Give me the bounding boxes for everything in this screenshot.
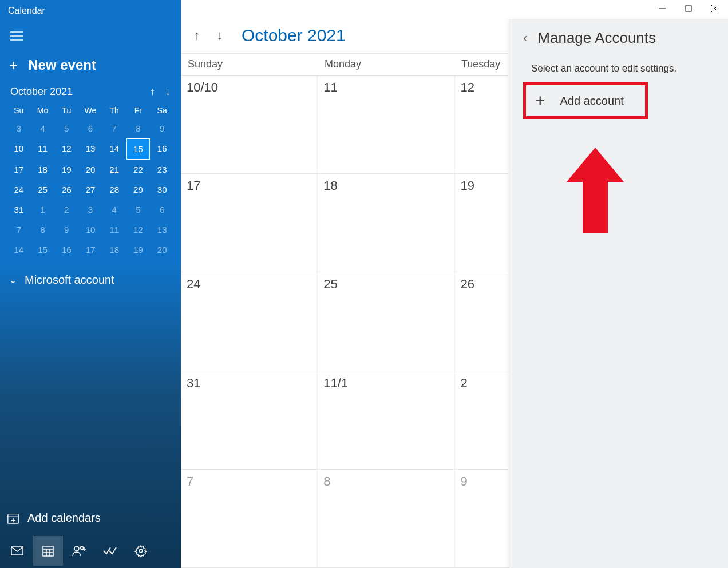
mini-day-cell[interactable]: 28 [102,180,126,200]
mini-prev-button[interactable]: ↑ [150,86,155,98]
add-account-button[interactable]: + Add account [523,82,648,119]
mini-day-cell[interactable]: 14 [102,138,126,160]
add-account-label: Add account [560,94,624,108]
settings-button[interactable] [126,536,156,566]
mini-day-cell[interactable]: 15 [31,240,55,260]
mini-day-cell[interactable]: 13 [78,138,102,160]
mini-calendar: October 2021 ↑ ↓ SuMoTuWeThFrSa345678910… [0,84,181,260]
mini-day-cell[interactable]: 7 [7,220,31,240]
current-month-label: October 2021 [242,26,346,45]
mini-day-cell[interactable]: 8 [31,220,55,240]
mail-icon [11,546,23,555]
panel-subtitle: Select an account to edit settings. [531,63,714,74]
mini-day-cell[interactable]: 2 [54,200,78,220]
mini-day-cell[interactable]: 11 [102,220,126,240]
mini-day-cell[interactable]: 23 [150,160,174,180]
mini-day-cell[interactable]: 30 [150,180,174,200]
mini-day-cell[interactable]: 19 [126,240,151,260]
mini-day-cell[interactable]: 9 [54,220,78,240]
sidebar: Calendar + New event October 2021 ↑ ↓ Su… [0,0,181,568]
mini-day-cell[interactable]: 21 [102,160,126,180]
hamburger-menu-button[interactable] [3,23,30,49]
mini-day-cell[interactable]: 12 [126,220,151,240]
weekday-label: Sunday [181,58,318,70]
mini-day-cell[interactable]: 11 [31,138,55,160]
close-button[interactable] [702,0,728,17]
weekday-label: Monday [318,58,454,70]
add-calendars-label: Add calendars [27,511,101,525]
mini-next-button[interactable]: ↓ [165,86,171,98]
mini-day-cell[interactable]: 18 [31,160,55,180]
mini-day-cell[interactable]: 31 [7,200,31,220]
calendar-cell[interactable]: 18 [318,174,454,272]
calendar-cell[interactable]: 8 [318,470,454,567]
mini-day-cell[interactable]: 9 [150,118,174,138]
close-icon [711,5,718,12]
calendar-button[interactable] [33,536,63,566]
mini-day-cell[interactable]: 5 [126,200,151,220]
panel-back-button[interactable]: ‹ [523,31,527,46]
minimize-icon [659,5,666,12]
calendar-cell[interactable]: 11 [318,76,454,173]
mini-day-cell[interactable]: 29 [126,180,151,200]
next-period-button[interactable]: ↓ [211,28,229,43]
mini-day-cell[interactable]: 14 [7,240,31,260]
mini-day-cell[interactable]: 5 [54,118,78,138]
maximize-icon [685,5,692,12]
mini-day-cell[interactable]: 7 [102,118,126,138]
calendar-cell[interactable]: 11/1 [318,371,454,469]
mini-day-cell[interactable]: 4 [102,200,126,220]
mini-dow: Fr [126,102,151,118]
svg-point-13 [74,546,79,551]
mini-day-cell[interactable]: 17 [7,160,31,180]
mini-day-cell[interactable]: 3 [78,200,102,220]
mini-day-cell[interactable]: 10 [78,220,102,240]
manage-accounts-panel: ‹ Manage Accounts Select an account to e… [509,19,728,568]
maximize-button[interactable] [675,0,702,17]
mini-day-cell[interactable]: 27 [78,180,102,200]
mini-day-cell[interactable]: 17 [78,240,102,260]
mini-day-cell[interactable]: 18 [102,240,126,260]
mini-day-cell[interactable]: 16 [150,138,174,160]
new-event-label: New event [28,57,96,73]
mini-day-cell[interactable]: 6 [150,200,174,220]
mini-day-cell[interactable]: 24 [7,180,31,200]
mini-day-cell[interactable]: 3 [7,118,31,138]
account-section-toggle[interactable]: ⌄ Microsoft account [0,260,181,292]
mini-day-cell[interactable]: 1 [31,200,55,220]
mini-day-cell[interactable]: 6 [78,118,102,138]
mini-day-cell[interactable]: 22 [126,160,151,180]
calendar-cell[interactable]: 17 [181,174,318,272]
calendar-cell[interactable]: 24 [181,272,318,370]
new-event-button[interactable]: + New event [0,49,181,84]
mini-day-cell[interactable]: 19 [54,160,78,180]
mini-dow: Th [102,102,126,118]
mini-day-cell[interactable]: 13 [150,220,174,240]
chevron-down-icon: ⌄ [9,275,17,285]
mini-day-cell[interactable]: 20 [150,240,174,260]
calendar-cell[interactable]: 25 [318,272,454,370]
mini-day-cell[interactable]: 8 [126,118,151,138]
calendar-cell[interactable]: 7 [181,470,318,567]
add-calendars-button[interactable]: Add calendars [0,503,181,533]
mini-day-cell[interactable]: 25 [31,180,55,200]
prev-period-button[interactable]: ↑ [188,28,206,43]
calendar-cell[interactable]: 31 [181,371,318,469]
mini-dow: Sa [150,102,174,118]
mini-day-cell[interactable]: 12 [54,138,78,160]
mini-dow: Su [7,102,31,118]
calendar-cell[interactable]: 10/10 [181,76,318,173]
mail-button[interactable] [2,536,32,566]
people-button[interactable] [64,536,94,566]
mini-day-cell[interactable]: 15 [126,138,151,160]
app-title: Calendar [0,0,181,19]
mini-day-cell[interactable]: 26 [54,180,78,200]
mini-dow: Mo [31,102,55,118]
mini-dow: We [78,102,102,118]
mini-day-cell[interactable]: 20 [78,160,102,180]
mini-day-cell[interactable]: 4 [31,118,55,138]
mini-day-cell[interactable]: 16 [54,240,78,260]
todo-button[interactable] [95,536,125,566]
minimize-button[interactable] [649,0,675,17]
mini-day-cell[interactable]: 10 [7,138,31,160]
